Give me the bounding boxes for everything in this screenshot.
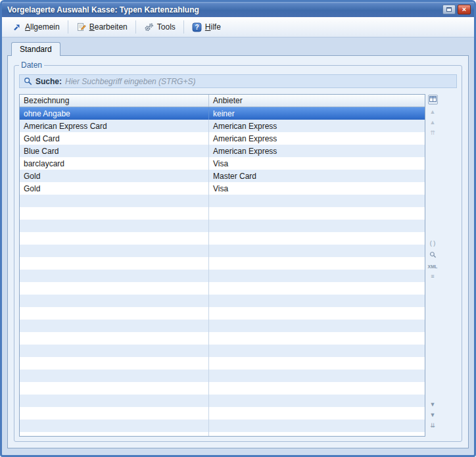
cell-anbieter <box>209 195 425 207</box>
toolbar-button-label: Bearbeiten <box>89 22 128 32</box>
table-row-empty <box>20 295 425 307</box>
cell-bezeichnung <box>20 420 209 432</box>
toolbar-button-allgemein[interactable]: Allgemein <box>7 20 64 35</box>
cell-anbieter <box>209 220 425 232</box>
cell-bezeichnung <box>20 220 209 232</box>
toolbar-separator <box>183 20 184 34</box>
table-row-empty <box>20 420 425 432</box>
titlebar[interactable]: Vorgelagerte Auswahl Kasse: Typen Karten… <box>2 2 474 17</box>
scroll-bottom-icon[interactable]: ⇊ <box>430 423 435 429</box>
cell-bezeichnung[interactable]: Gold <box>20 182 209 195</box>
window-controls: × <box>442 5 471 14</box>
cell-anbieter[interactable]: keiner <box>209 107 425 120</box>
close-button[interactable]: × <box>458 5 471 14</box>
cell-anbieter <box>209 307 425 320</box>
restore-button[interactable] <box>442 5 456 14</box>
table-row-empty <box>20 320 425 332</box>
cell-anbieter <box>209 357 425 370</box>
cell-anbieter <box>209 245 425 257</box>
client-area: Standard Daten Suche: <box>2 37 474 455</box>
cell-anbieter <box>209 270 425 282</box>
toolbar-button-hilfe[interactable]: ?Hilfe <box>187 20 226 35</box>
data-grid: Bezeichnung Anbieter ohne AngabekeinerAm… <box>19 94 425 437</box>
cell-anbieter[interactable]: Visa <box>209 157 425 170</box>
scroll-down-icon[interactable]: ▼ <box>430 402 436 408</box>
toolbar-button-label: Allgemein <box>25 22 60 32</box>
table-row-empty <box>20 345 425 357</box>
table-row-empty <box>20 257 425 270</box>
toolbar-button-bearbeiten[interactable]: Bearbeiten <box>72 20 132 35</box>
zoom-icon[interactable] <box>429 251 437 260</box>
search-label: Suche: <box>36 77 62 86</box>
filter-icon[interactable]: ≡ <box>431 274 434 279</box>
table-row[interactable]: Blue CardAmerican Express <box>20 145 425 157</box>
search-bar: Suche: <box>19 74 457 88</box>
xml-icon[interactable]: XML <box>428 264 438 269</box>
cell-bezeichnung <box>20 370 209 382</box>
table-row-empty <box>20 220 425 232</box>
table-row-empty <box>20 407 425 420</box>
grid-area: Bezeichnung Anbieter ohne AngabekeinerAm… <box>19 94 457 437</box>
cell-bezeichnung <box>20 345 209 357</box>
cell-anbieter[interactable]: American Express <box>209 120 425 132</box>
toolbar: AllgemeinBearbeitenTools?Hilfe <box>2 17 474 37</box>
scroll-up-icon[interactable]: ▲ <box>430 120 436 126</box>
restore-icon <box>446 7 452 12</box>
cell-bezeichnung <box>20 207 209 220</box>
table-row-empty <box>20 232 425 245</box>
cell-bezeichnung <box>20 432 209 436</box>
cell-bezeichnung <box>20 195 209 207</box>
cell-anbieter[interactable]: Visa <box>209 182 425 195</box>
table-row[interactable]: barclaycardVisa <box>20 157 425 170</box>
table-row-empty <box>20 395 425 407</box>
cell-bezeichnung <box>20 295 209 307</box>
cell-anbieter <box>209 407 425 420</box>
cell-anbieter[interactable]: Master Card <box>209 170 425 182</box>
cell-bezeichnung[interactable]: Gold Card <box>20 132 209 145</box>
page-down-icon[interactable]: ▼ <box>430 412 436 418</box>
tab-standard[interactable]: Standard <box>11 42 60 56</box>
gears-icon <box>144 22 154 32</box>
help-icon: ? <box>192 22 202 32</box>
cell-bezeichnung <box>20 282 209 295</box>
toolbar-button-label: Hilfe <box>205 22 221 32</box>
cell-bezeichnung <box>20 307 209 320</box>
cell-bezeichnung <box>20 407 209 420</box>
cell-bezeichnung <box>20 332 209 345</box>
toolbar-button-label: Tools <box>157 22 176 32</box>
search-icon[interactable] <box>24 77 32 85</box>
cell-anbieter <box>209 295 425 307</box>
cell-bezeichnung[interactable]: ohne Angabe <box>20 107 209 120</box>
tab-page: Daten Suche: Bezeichnung <box>7 55 469 448</box>
column-header-bezeichnung[interactable]: Bezeichnung <box>20 95 209 107</box>
brackets-icon[interactable]: ( ) <box>430 241 436 247</box>
cell-anbieter <box>209 320 425 332</box>
search-input[interactable] <box>65 77 452 86</box>
window-title: Vorgelagerte Auswahl Kasse: Typen Karten… <box>7 5 442 14</box>
cell-anbieter[interactable]: American Express <box>209 132 425 145</box>
cell-bezeichnung[interactable]: Gold <box>20 170 209 182</box>
cell-anbieter <box>209 395 425 407</box>
table-row[interactable]: GoldMaster Card <box>20 170 425 182</box>
cell-bezeichnung[interactable]: American Express Card <box>20 120 209 132</box>
cell-bezeichnung[interactable]: Blue Card <box>20 145 209 157</box>
cell-bezeichnung <box>20 232 209 245</box>
groupbox-label: Daten <box>19 60 44 70</box>
column-chooser-button[interactable] <box>428 95 438 105</box>
close-icon: × <box>462 6 466 13</box>
table-row[interactable]: ohne Angabekeiner <box>20 107 425 120</box>
table-row[interactable]: American Express CardAmerican Express <box>20 120 425 132</box>
toolbar-button-tools[interactable]: Tools <box>139 20 180 35</box>
table-row[interactable]: Gold CardAmerican Express <box>20 132 425 145</box>
table-row[interactable]: GoldVisa <box>20 182 425 195</box>
cell-anbieter <box>209 432 425 436</box>
page-up-icon[interactable]: ⇈ <box>430 130 435 136</box>
table-row-empty <box>20 370 425 382</box>
scroll-top-icon[interactable]: ▲ <box>430 109 436 115</box>
column-header-anbieter[interactable]: Anbieter <box>209 95 425 107</box>
cell-anbieter <box>209 382 425 395</box>
cell-anbieter[interactable]: American Express <box>209 145 425 157</box>
table-row-empty <box>20 382 425 395</box>
cell-bezeichnung[interactable]: barclaycard <box>20 157 209 170</box>
cell-anbieter <box>209 370 425 382</box>
